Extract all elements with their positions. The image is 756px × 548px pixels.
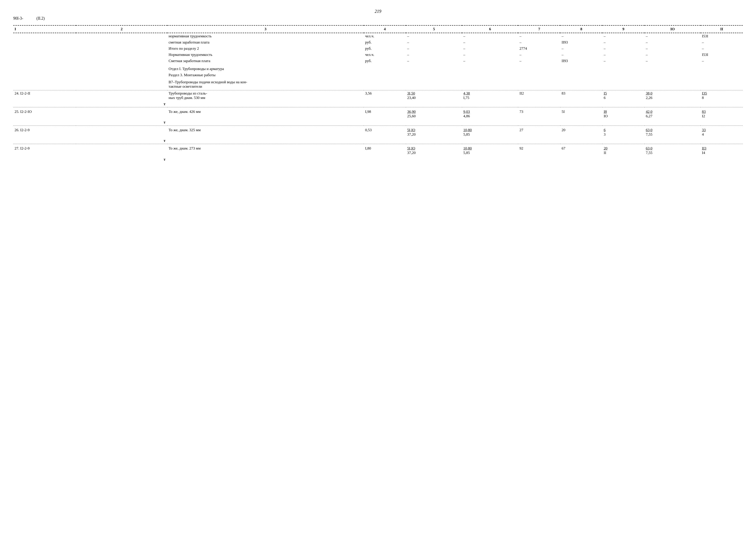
table-row-sub: т [13, 138, 743, 144]
section-label-row: Отдел I. Трубопроводы и арматура [13, 64, 743, 72]
table-row: Итого по разделу 2 руб. – – 2774 – – – – [13, 45, 743, 52]
header-left: 90I-3- [13, 16, 23, 21]
col-header-8: 8 [560, 25, 602, 33]
table-row: 27. I2-2-9 То же, диам. 273 мм I,80 5I,I… [13, 144, 743, 156]
table-row: Нормативная трудоемкость чел.ч. – – – – … [13, 52, 743, 58]
col-header-5: 5 [406, 25, 462, 33]
col-header-11: II [701, 25, 743, 33]
table-row: 26. I2-2-9 То же, диам. 325 мм 0,53 5I,I… [13, 126, 743, 138]
col-header-4: 4 [364, 25, 406, 33]
column-header-row: I 2 3 4 5 6 7 8 9 IO II [13, 25, 743, 33]
page-number: 219 [13, 9, 743, 14]
col-header-10: IO [645, 25, 701, 33]
table-row: Сметная заработная плата руб. – – – II93… [13, 58, 743, 64]
col-header-9: 9 [602, 25, 645, 33]
table-row: 24. I2-2-II Трубопроводы из сталь-ных тр… [13, 90, 743, 101]
table-row: сметная заработная плата руб. – – – II93… [13, 39, 743, 45]
col-header-2: 2 [76, 25, 167, 33]
table-row-sub: т [13, 101, 743, 107]
col-header-7: 7 [518, 25, 560, 33]
table-row-sub: т [13, 119, 743, 126]
table-row-sub: т [13, 156, 743, 162]
table-row: 25. I2-2-IO То же, диам. 426 мм I,98 36,… [13, 107, 743, 119]
col-header-3: 3 [167, 25, 364, 33]
col-header-1: I [13, 25, 76, 33]
section-label-row: В7–Трубопроводы подачи исходной воды на … [13, 78, 743, 90]
main-table: I 2 3 4 5 6 7 8 9 IO II нормативная труд… [13, 25, 743, 162]
col-header-6: 6 [462, 25, 518, 33]
header-right: (II.2) [36, 16, 45, 21]
header: 90I-3- (II.2) [13, 16, 743, 21]
section-label-row: Раздел 3. Монтажные работы [13, 72, 743, 78]
table-row: нормативная трудоемкость чел.ч. – – – – … [13, 33, 743, 39]
